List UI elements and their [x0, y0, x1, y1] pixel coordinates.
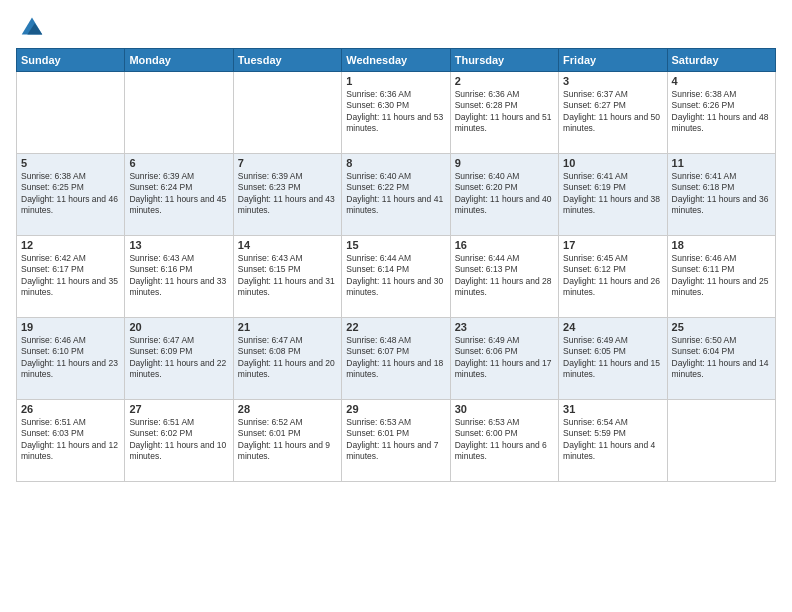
day-number: 15: [346, 239, 445, 251]
calendar-cell: 5Sunrise: 6:38 AM Sunset: 6:25 PM Daylig…: [17, 154, 125, 236]
calendar-cell: 3Sunrise: 6:37 AM Sunset: 6:27 PM Daylig…: [559, 72, 667, 154]
day-number: 12: [21, 239, 120, 251]
calendar-cell: 11Sunrise: 6:41 AM Sunset: 6:18 PM Dayli…: [667, 154, 775, 236]
weekday-friday: Friday: [559, 49, 667, 72]
day-info: Sunrise: 6:49 AM Sunset: 6:06 PM Dayligh…: [455, 335, 554, 381]
day-number: 13: [129, 239, 228, 251]
week-row-3: 12Sunrise: 6:42 AM Sunset: 6:17 PM Dayli…: [17, 236, 776, 318]
day-info: Sunrise: 6:40 AM Sunset: 6:20 PM Dayligh…: [455, 171, 554, 217]
logo: [16, 12, 46, 40]
day-number: 3: [563, 75, 662, 87]
day-info: Sunrise: 6:42 AM Sunset: 6:17 PM Dayligh…: [21, 253, 120, 299]
day-info: Sunrise: 6:52 AM Sunset: 6:01 PM Dayligh…: [238, 417, 337, 463]
day-number: 28: [238, 403, 337, 415]
calendar-cell: 1Sunrise: 6:36 AM Sunset: 6:30 PM Daylig…: [342, 72, 450, 154]
week-row-5: 26Sunrise: 6:51 AM Sunset: 6:03 PM Dayli…: [17, 400, 776, 482]
day-info: Sunrise: 6:51 AM Sunset: 6:02 PM Dayligh…: [129, 417, 228, 463]
calendar-cell: [233, 72, 341, 154]
header: [16, 12, 776, 40]
day-number: 20: [129, 321, 228, 333]
week-row-4: 19Sunrise: 6:46 AM Sunset: 6:10 PM Dayli…: [17, 318, 776, 400]
calendar-cell: 12Sunrise: 6:42 AM Sunset: 6:17 PM Dayli…: [17, 236, 125, 318]
week-row-1: 1Sunrise: 6:36 AM Sunset: 6:30 PM Daylig…: [17, 72, 776, 154]
day-info: Sunrise: 6:46 AM Sunset: 6:10 PM Dayligh…: [21, 335, 120, 381]
day-info: Sunrise: 6:38 AM Sunset: 6:26 PM Dayligh…: [672, 89, 771, 135]
day-number: 10: [563, 157, 662, 169]
day-number: 4: [672, 75, 771, 87]
calendar-cell: 13Sunrise: 6:43 AM Sunset: 6:16 PM Dayli…: [125, 236, 233, 318]
calendar-cell: 23Sunrise: 6:49 AM Sunset: 6:06 PM Dayli…: [450, 318, 558, 400]
weekday-wednesday: Wednesday: [342, 49, 450, 72]
day-number: 23: [455, 321, 554, 333]
day-info: Sunrise: 6:48 AM Sunset: 6:07 PM Dayligh…: [346, 335, 445, 381]
weekday-monday: Monday: [125, 49, 233, 72]
day-info: Sunrise: 6:45 AM Sunset: 6:12 PM Dayligh…: [563, 253, 662, 299]
day-number: 2: [455, 75, 554, 87]
calendar-cell: 31Sunrise: 6:54 AM Sunset: 5:59 PM Dayli…: [559, 400, 667, 482]
weekday-tuesday: Tuesday: [233, 49, 341, 72]
day-number: 27: [129, 403, 228, 415]
day-info: Sunrise: 6:47 AM Sunset: 6:08 PM Dayligh…: [238, 335, 337, 381]
calendar-cell: 21Sunrise: 6:47 AM Sunset: 6:08 PM Dayli…: [233, 318, 341, 400]
day-number: 21: [238, 321, 337, 333]
weekday-saturday: Saturday: [667, 49, 775, 72]
weekday-sunday: Sunday: [17, 49, 125, 72]
day-info: Sunrise: 6:43 AM Sunset: 6:16 PM Dayligh…: [129, 253, 228, 299]
day-number: 26: [21, 403, 120, 415]
day-info: Sunrise: 6:53 AM Sunset: 6:00 PM Dayligh…: [455, 417, 554, 463]
day-number: 30: [455, 403, 554, 415]
calendar-cell: 30Sunrise: 6:53 AM Sunset: 6:00 PM Dayli…: [450, 400, 558, 482]
calendar-cell: 7Sunrise: 6:39 AM Sunset: 6:23 PM Daylig…: [233, 154, 341, 236]
day-number: 24: [563, 321, 662, 333]
day-info: Sunrise: 6:37 AM Sunset: 6:27 PM Dayligh…: [563, 89, 662, 135]
weekday-header-row: SundayMondayTuesdayWednesdayThursdayFrid…: [17, 49, 776, 72]
calendar-cell: 8Sunrise: 6:40 AM Sunset: 6:22 PM Daylig…: [342, 154, 450, 236]
calendar-cell: 4Sunrise: 6:38 AM Sunset: 6:26 PM Daylig…: [667, 72, 775, 154]
day-number: 11: [672, 157, 771, 169]
day-number: 6: [129, 157, 228, 169]
calendar: SundayMondayTuesdayWednesdayThursdayFrid…: [16, 48, 776, 482]
day-info: Sunrise: 6:38 AM Sunset: 6:25 PM Dayligh…: [21, 171, 120, 217]
day-info: Sunrise: 6:47 AM Sunset: 6:09 PM Dayligh…: [129, 335, 228, 381]
calendar-cell: 19Sunrise: 6:46 AM Sunset: 6:10 PM Dayli…: [17, 318, 125, 400]
day-number: 31: [563, 403, 662, 415]
calendar-cell: 27Sunrise: 6:51 AM Sunset: 6:02 PM Dayli…: [125, 400, 233, 482]
day-info: Sunrise: 6:50 AM Sunset: 6:04 PM Dayligh…: [672, 335, 771, 381]
day-info: Sunrise: 6:46 AM Sunset: 6:11 PM Dayligh…: [672, 253, 771, 299]
logo-icon: [18, 12, 46, 40]
weekday-thursday: Thursday: [450, 49, 558, 72]
calendar-cell: 17Sunrise: 6:45 AM Sunset: 6:12 PM Dayli…: [559, 236, 667, 318]
day-info: Sunrise: 6:36 AM Sunset: 6:28 PM Dayligh…: [455, 89, 554, 135]
calendar-cell: 6Sunrise: 6:39 AM Sunset: 6:24 PM Daylig…: [125, 154, 233, 236]
day-info: Sunrise: 6:41 AM Sunset: 6:19 PM Dayligh…: [563, 171, 662, 217]
week-row-2: 5Sunrise: 6:38 AM Sunset: 6:25 PM Daylig…: [17, 154, 776, 236]
calendar-cell: 18Sunrise: 6:46 AM Sunset: 6:11 PM Dayli…: [667, 236, 775, 318]
calendar-cell: 2Sunrise: 6:36 AM Sunset: 6:28 PM Daylig…: [450, 72, 558, 154]
day-number: 16: [455, 239, 554, 251]
day-info: Sunrise: 6:39 AM Sunset: 6:23 PM Dayligh…: [238, 171, 337, 217]
day-number: 22: [346, 321, 445, 333]
day-number: 25: [672, 321, 771, 333]
calendar-cell: 10Sunrise: 6:41 AM Sunset: 6:19 PM Dayli…: [559, 154, 667, 236]
day-number: 29: [346, 403, 445, 415]
page: SundayMondayTuesdayWednesdayThursdayFrid…: [0, 0, 792, 612]
day-info: Sunrise: 6:54 AM Sunset: 5:59 PM Dayligh…: [563, 417, 662, 463]
day-info: Sunrise: 6:44 AM Sunset: 6:13 PM Dayligh…: [455, 253, 554, 299]
calendar-cell: 16Sunrise: 6:44 AM Sunset: 6:13 PM Dayli…: [450, 236, 558, 318]
day-info: Sunrise: 6:44 AM Sunset: 6:14 PM Dayligh…: [346, 253, 445, 299]
day-info: Sunrise: 6:41 AM Sunset: 6:18 PM Dayligh…: [672, 171, 771, 217]
day-number: 7: [238, 157, 337, 169]
day-number: 14: [238, 239, 337, 251]
day-info: Sunrise: 6:43 AM Sunset: 6:15 PM Dayligh…: [238, 253, 337, 299]
day-number: 17: [563, 239, 662, 251]
day-info: Sunrise: 6:40 AM Sunset: 6:22 PM Dayligh…: [346, 171, 445, 217]
day-info: Sunrise: 6:51 AM Sunset: 6:03 PM Dayligh…: [21, 417, 120, 463]
day-number: 9: [455, 157, 554, 169]
calendar-cell: 28Sunrise: 6:52 AM Sunset: 6:01 PM Dayli…: [233, 400, 341, 482]
day-number: 5: [21, 157, 120, 169]
calendar-cell: 15Sunrise: 6:44 AM Sunset: 6:14 PM Dayli…: [342, 236, 450, 318]
calendar-cell: 14Sunrise: 6:43 AM Sunset: 6:15 PM Dayli…: [233, 236, 341, 318]
day-info: Sunrise: 6:49 AM Sunset: 6:05 PM Dayligh…: [563, 335, 662, 381]
calendar-cell: 24Sunrise: 6:49 AM Sunset: 6:05 PM Dayli…: [559, 318, 667, 400]
day-number: 8: [346, 157, 445, 169]
